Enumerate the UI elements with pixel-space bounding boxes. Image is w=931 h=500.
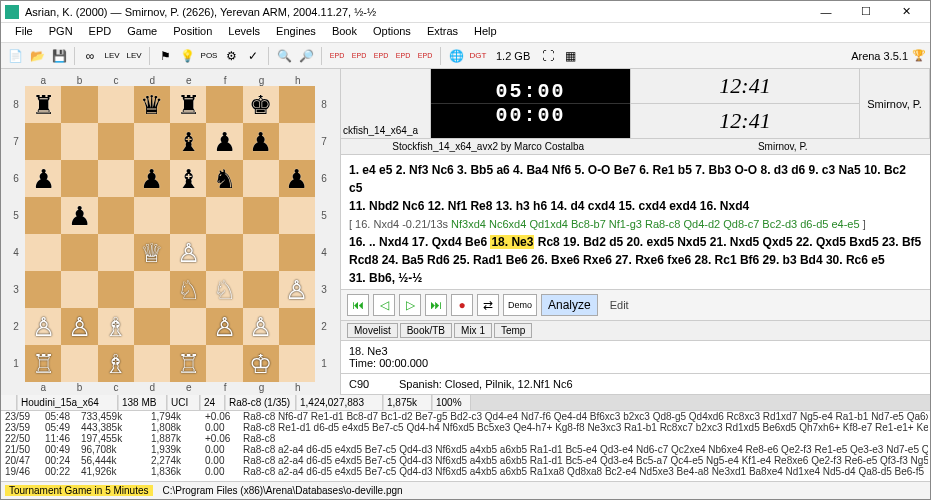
square-g4[interactable]: [243, 234, 279, 271]
new-icon[interactable]: 📄: [5, 46, 25, 66]
nav-last-icon[interactable]: ⏭: [425, 294, 447, 316]
pos-icon[interactable]: POS: [199, 46, 219, 66]
square-a6[interactable]: ♟: [25, 160, 61, 197]
square-d5[interactable]: [134, 197, 170, 234]
analysis-table[interactable]: 23/5905:48733,459k1,794k+0.06Ra8-c8 Nf6-…: [1, 411, 930, 481]
save-icon[interactable]: 💾: [49, 46, 69, 66]
tab-movelist[interactable]: Movelist: [347, 323, 398, 338]
dgt-icon[interactable]: DGT: [468, 46, 488, 66]
square-b4[interactable]: [61, 234, 97, 271]
square-f4[interactable]: [206, 234, 242, 271]
expand-icon[interactable]: ⛶: [538, 46, 558, 66]
zoom-out-icon[interactable]: 🔎: [296, 46, 316, 66]
square-h1[interactable]: [279, 345, 315, 382]
gear-icon[interactable]: ⚙: [221, 46, 241, 66]
square-a4[interactable]: [25, 234, 61, 271]
tab-mix1[interactable]: Mix 1: [454, 323, 492, 338]
square-e2[interactable]: [170, 308, 206, 345]
analysis-row[interactable]: 23/5905:48733,459k1,794k+0.06Ra8-c8 Nf6-…: [1, 411, 930, 422]
square-h6[interactable]: ♟: [279, 160, 315, 197]
square-g7[interactable]: ♟: [243, 123, 279, 160]
square-e4[interactable]: ♙: [170, 234, 206, 271]
epd4-icon[interactable]: EPD: [393, 46, 413, 66]
square-e1[interactable]: ♖: [170, 345, 206, 382]
square-f6[interactable]: ♞: [206, 160, 242, 197]
square-c2[interactable]: ♗: [98, 308, 134, 345]
open-icon[interactable]: 📂: [27, 46, 47, 66]
square-f8[interactable]: [206, 86, 242, 123]
square-d1[interactable]: [134, 345, 170, 382]
maximize-button[interactable]: ☐: [846, 1, 886, 23]
square-b2[interactable]: ♙: [61, 308, 97, 345]
square-b3[interactable]: [61, 271, 97, 308]
square-g6[interactable]: [243, 160, 279, 197]
epd5-icon[interactable]: EPD: [415, 46, 435, 66]
grid-icon[interactable]: ▦: [560, 46, 580, 66]
close-button[interactable]: ✕: [886, 1, 926, 23]
square-d7[interactable]: [134, 123, 170, 160]
square-c8[interactable]: [98, 86, 134, 123]
lev-icon[interactable]: LEV: [102, 46, 122, 66]
square-a5[interactable]: [25, 197, 61, 234]
menu-help[interactable]: Help: [466, 23, 505, 42]
nav-swap-icon[interactable]: ⇄: [477, 294, 499, 316]
square-c3[interactable]: [98, 271, 134, 308]
epd1-icon[interactable]: EPD: [327, 46, 347, 66]
check-icon[interactable]: ✓: [243, 46, 263, 66]
square-c6[interactable]: [98, 160, 134, 197]
square-f5[interactable]: [206, 197, 242, 234]
minimize-button[interactable]: —: [806, 1, 846, 23]
square-c7[interactable]: [98, 123, 134, 160]
flag-icon[interactable]: ⚑: [155, 46, 175, 66]
edit-link[interactable]: Edit: [610, 299, 629, 311]
square-a1[interactable]: ♖: [25, 345, 61, 382]
infinity-icon[interactable]: ∞: [80, 46, 100, 66]
analyze-button[interactable]: Analyze: [541, 294, 598, 316]
nav-prev-icon[interactable]: ◁: [373, 294, 395, 316]
square-d4[interactable]: ♕: [134, 234, 170, 271]
square-e5[interactable]: [170, 197, 206, 234]
menu-book[interactable]: Book: [324, 23, 365, 42]
square-h8[interactable]: [279, 86, 315, 123]
square-c5[interactable]: [98, 197, 134, 234]
menu-position[interactable]: Position: [165, 23, 220, 42]
menu-levels[interactable]: Levels: [220, 23, 268, 42]
square-d8[interactable]: ♛: [134, 86, 170, 123]
menu-options[interactable]: Options: [365, 23, 419, 42]
square-c1[interactable]: ♗: [98, 345, 134, 382]
analysis-row[interactable]: 21/5000:4996,708k1,939k0.00Ra8-c8 a2-a4 …: [1, 444, 930, 455]
square-e3[interactable]: ♘: [170, 271, 206, 308]
epd3-icon[interactable]: EPD: [371, 46, 391, 66]
analysis-row[interactable]: 23/5905:49443,385k1,808k0.00Ra8-c8 Re1-d…: [1, 422, 930, 433]
square-a8[interactable]: ♜: [25, 86, 61, 123]
analysis-row[interactable]: 19/4600:2241,926k1,836k0.00Ra8-c8 a2-a4 …: [1, 466, 930, 477]
square-e6[interactable]: ♝: [170, 160, 206, 197]
analysis-row[interactable]: 22/5011:46197,455k1,887k+0.06Ra8-c8: [1, 433, 930, 444]
square-f2[interactable]: ♙: [206, 308, 242, 345]
nav-record-icon[interactable]: ●: [451, 294, 473, 316]
world-icon[interactable]: 🌐: [446, 46, 466, 66]
square-g8[interactable]: ♚: [243, 86, 279, 123]
zoom-in-icon[interactable]: 🔍: [274, 46, 294, 66]
square-h2[interactable]: [279, 308, 315, 345]
square-b5[interactable]: ♟: [61, 197, 97, 234]
tab-temp[interactable]: Temp: [494, 323, 532, 338]
nav-next-icon[interactable]: ▷: [399, 294, 421, 316]
square-e8[interactable]: ♜: [170, 86, 206, 123]
square-h5[interactable]: [279, 197, 315, 234]
nav-first-icon[interactable]: ⏮: [347, 294, 369, 316]
square-g3[interactable]: [243, 271, 279, 308]
menu-engines[interactable]: Engines: [268, 23, 324, 42]
square-g5[interactable]: [243, 197, 279, 234]
square-c4[interactable]: [98, 234, 134, 271]
square-b1[interactable]: [61, 345, 97, 382]
epd2-icon[interactable]: EPD: [349, 46, 369, 66]
square-d6[interactable]: ♟: [134, 160, 170, 197]
square-b8[interactable]: [61, 86, 97, 123]
square-h3[interactable]: ♙: [279, 271, 315, 308]
menu-file[interactable]: File: [7, 23, 41, 42]
square-f7[interactable]: ♟: [206, 123, 242, 160]
lev2-icon[interactable]: LEV: [124, 46, 144, 66]
square-f1[interactable]: [206, 345, 242, 382]
square-a7[interactable]: [25, 123, 61, 160]
